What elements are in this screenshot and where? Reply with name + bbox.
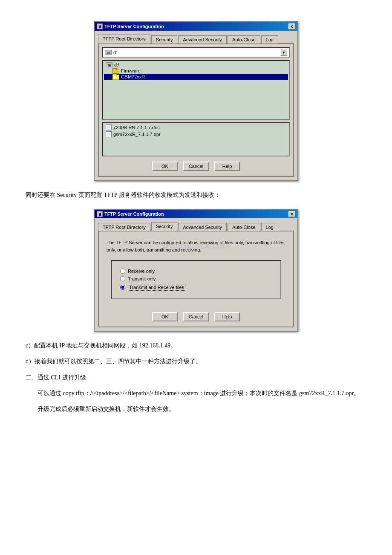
tab-advanced-security[interactable]: Advanced Security (178, 35, 227, 43)
radio-transmit-receive-input[interactable] (120, 285, 125, 290)
file-label-doc: 7200R RN 7.1.1.7.doc (113, 125, 160, 130)
section2-text: 二、通过 CLI 进行升级 (26, 374, 86, 381)
file-tree-item-drive[interactable]: 🖴 d:\ (104, 62, 288, 68)
drive-label-text: d: (113, 50, 117, 55)
radio-transmit-only-label: Transmit only (128, 276, 156, 281)
radio-receive-only-label: Receive only (128, 269, 155, 274)
dialog2-close-button[interactable]: × (288, 211, 295, 217)
dialog2-title-left: 🖥 TFTP Server Configuration (97, 211, 164, 217)
radio-transmit-receive[interactable]: Transmit and Receive files (120, 284, 272, 291)
dialog1-app-icon: 🖥 (97, 23, 103, 29)
drive-dropdown-arrow[interactable]: ▼ (280, 49, 287, 56)
file-tree-gsm72xxr-label: GSM72xxR (121, 74, 145, 79)
d-paragraph: d）接着我们就可以按照第二、三、四节其中一种方法进行升级了。 (26, 356, 366, 367)
d-text: d）接着我们就可以按照第二、三、四节其中一种方法进行升级了。 (26, 358, 202, 364)
file-tree-item-gsm72xxr[interactable]: GSM72xxR (104, 74, 288, 80)
dialog2-tab-content: www.bdocx.com The TFTP Server can be con… (98, 231, 294, 327)
dialog1-body: TFTP Root Directory Security Advanced Se… (95, 31, 297, 180)
dialog1-ok-button[interactable]: OK (152, 162, 178, 171)
c-text: c）配置本机 IP 地址与交换机相同网段，如 192.168.1.49。 (26, 342, 176, 349)
dialog1-close-button[interactable]: × (288, 23, 295, 29)
cli-text: 可以通过 copy tftp：//<ipaddress>/<filepath>/… (37, 390, 360, 396)
dialog2-title-text: TFTP Server Configuration (104, 211, 164, 217)
file-tree-item-firmware[interactable]: Firmware (104, 68, 288, 74)
drive-selector[interactable]: 🖴 d: ▼ (102, 47, 290, 58)
section2-heading: 二、通过 CLI 进行升级 (26, 372, 366, 383)
tab-log[interactable]: Log (261, 35, 278, 43)
dialog2-app-icon: 🖥 (97, 211, 103, 217)
dialog2-titlebar: 🖥 TFTP Server Configuration × (95, 210, 297, 218)
dialog1-titlebar: 🖥 TFTP Server Configuration × (95, 22, 297, 31)
dialog1-title-left: 🖥 TFTP Server Configuration (97, 23, 164, 29)
folder-icon-firmware (112, 68, 119, 73)
folder-icon-gsm72xxr (112, 74, 119, 79)
upgrade-note-paragraph: 升级完成后必须重新启动交换机，新软件才会生效。 (26, 404, 366, 414)
tab2-tftp-root-directory[interactable]: TFTP Root Directory (98, 223, 150, 231)
drive-tree-icon: 🖴 (106, 62, 112, 67)
dialog1-tab-content: 🖴 d: ▼ 🖴 d:\ (98, 44, 294, 177)
intro-text: 同时还要在 Security 页面配置 TFTP 服务器软件的收发模式为发送和接… (26, 192, 220, 198)
dialog2-ok-button[interactable]: OK (152, 312, 178, 321)
tab2-log[interactable]: Log (261, 223, 278, 231)
tab2-auto-close[interactable]: Auto-Close (228, 223, 260, 231)
cli-paragraph: 可以通过 copy tftp：//<ipaddress>/<filepath>/… (26, 388, 366, 399)
page-content: 🖥 TFTP Server Configuration × TFTP Root … (26, 21, 366, 414)
file-list-lower[interactable]: 📄 7200R RN 7.1.1.7.doc 📄 gsm72xxR_7.1.1.… (102, 122, 290, 156)
dialog1-container: 🖥 TFTP Server Configuration × TFTP Root … (26, 21, 366, 181)
security-content: The TFTP Server can be configured to all… (102, 235, 290, 304)
radio-transmit-only[interactable]: Transmit only (120, 276, 272, 281)
dialog1-help-button[interactable]: Help (214, 162, 240, 171)
tab2-security[interactable]: Security (151, 222, 178, 231)
security-description: The TFTP Server can be configured to all… (107, 239, 285, 253)
radio-transmit-only-input[interactable] (120, 276, 125, 281)
dialog2-help-button[interactable]: Help (214, 312, 240, 321)
dialog1-cancel-button[interactable]: Cancel (183, 162, 209, 171)
drive-label-row: 🖴 d: (105, 50, 117, 55)
tab2-advanced-security[interactable]: Advanced Security (178, 223, 227, 231)
dialog2: 🖥 TFTP Server Configuration × TFTP Root … (94, 209, 298, 332)
folder-tree-list[interactable]: 🖴 d:\ Firmware GSM72xxR (102, 60, 290, 120)
file-icon-doc: 📄 (106, 124, 112, 130)
dialog2-tab-bar: TFTP Root Directory Security Advanced Se… (98, 222, 294, 231)
dialog2-body: TFTP Root Directory Security Advanced Se… (95, 218, 297, 331)
radio-receive-only-input[interactable] (120, 269, 125, 274)
tab-tftp-root-directory[interactable]: TFTP Root Directory (98, 35, 150, 43)
file-icon-opr: 📄 (106, 131, 112, 137)
dialog2-buttons: OK Cancel Help (102, 310, 290, 323)
dialog1-tab-bar: TFTP Root Directory Security Advanced Se… (98, 34, 294, 44)
radio-receive-only[interactable]: Receive only (120, 269, 272, 274)
file-item-doc[interactable]: 📄 7200R RN 7.1.1.7.doc (104, 124, 288, 131)
tab-security[interactable]: Security (151, 35, 178, 43)
dialog1-buttons: OK Cancel Help (102, 160, 290, 173)
drive-icon: 🖴 (105, 50, 112, 55)
tab-auto-close[interactable]: Auto-Close (228, 35, 260, 43)
file-tree-firmware-label: Firmware (121, 68, 141, 73)
file-item-opr[interactable]: 📄 gsm72xxR_7.1.1.7.opr (104, 131, 288, 138)
c-paragraph: c）配置本机 IP 地址与交换机相同网段，如 192.168.1.49。 (26, 340, 366, 351)
upgrade-note-text: 升级完成后必须重新启动交换机，新软件才会生效。 (37, 406, 175, 412)
file-tree-drive-label: d:\ (114, 62, 119, 67)
dialog1: 🖥 TFTP Server Configuration × TFTP Root … (94, 21, 298, 181)
radio-group-box: Receive only Transmit only Transmit and … (111, 260, 281, 299)
radio-transmit-receive-label: Transmit and Receive files (128, 284, 185, 291)
dialog2-cancel-button[interactable]: Cancel (183, 312, 209, 321)
dialog1-title-text: TFTP Server Configuration (104, 24, 164, 29)
intro-paragraph: 同时还要在 Security 页面配置 TFTP 服务器软件的收发模式为发送和接… (26, 190, 366, 200)
drive-selector-inner: 🖴 d: ▼ (105, 49, 287, 56)
dialog2-container: 🖥 TFTP Server Configuration × TFTP Root … (26, 209, 366, 332)
file-label-opr: gsm72xxR_7.1.1.7.opr (113, 132, 161, 137)
